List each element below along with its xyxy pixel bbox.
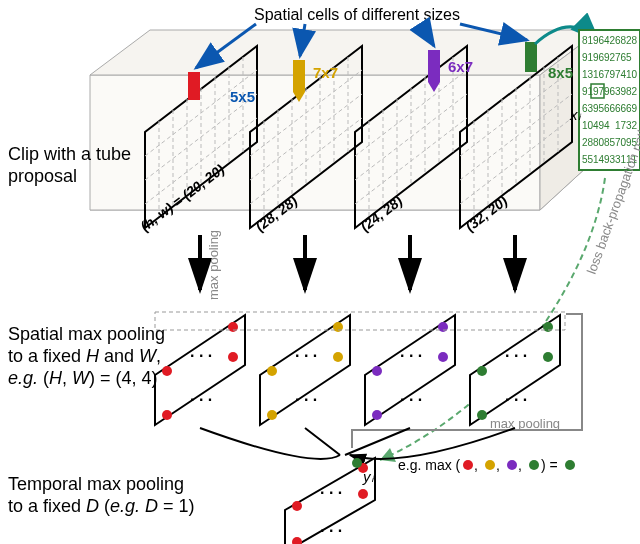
svg-point-118 xyxy=(358,489,368,499)
max-legend: e.g. max ( , , , ) = xyxy=(398,457,575,473)
svg-point-108 xyxy=(477,366,487,376)
temporal-label: Temporal max pooling to a fixed D (e.g. … xyxy=(8,474,195,516)
svg-text:4: 4 xyxy=(604,120,610,131)
svg-point-131 xyxy=(565,460,575,470)
svg-text:91: 91 xyxy=(582,86,594,97)
svg-text:95: 95 xyxy=(593,103,605,114)
svg-text:,: , xyxy=(496,457,500,473)
svg-text:. . .: . . . xyxy=(190,343,212,360)
svg-text:) =: ) = xyxy=(541,457,558,473)
diagram-title: Spatial cells of different sizes xyxy=(254,6,460,23)
svg-point-92 xyxy=(162,410,172,420)
svg-text:68: 68 xyxy=(615,35,627,46)
svg-text:96: 96 xyxy=(593,52,605,63)
svg-text:. . .: . . . xyxy=(505,343,527,360)
svg-text:. . .: . . . xyxy=(505,387,527,404)
svg-text:13: 13 xyxy=(582,69,594,80)
svg-text:63: 63 xyxy=(582,103,594,114)
svg-text:76: 76 xyxy=(615,52,627,63)
svg-text:79: 79 xyxy=(604,69,616,80)
cell-green xyxy=(525,42,537,72)
svg-text:66: 66 xyxy=(604,103,616,114)
pooled-row: . . .. . . . . .. . . . . .. . . . . .. … xyxy=(155,312,565,425)
spatial-label: Spatial max pooling to a fixed H and W, … xyxy=(8,324,170,388)
svg-text:10: 10 xyxy=(626,69,638,80)
svg-text:. . .: . . . xyxy=(320,480,342,497)
svg-point-119 xyxy=(352,458,362,468)
svg-text:. . .: . . . xyxy=(400,343,422,360)
svg-point-110 xyxy=(477,410,487,420)
svg-text:92: 92 xyxy=(604,52,616,63)
cell-red-label: 5x5 xyxy=(230,88,255,105)
svg-text:. . .: . . . xyxy=(320,518,342,535)
svg-text:93: 93 xyxy=(604,154,616,165)
svg-text:28: 28 xyxy=(582,137,594,148)
svg-text:42: 42 xyxy=(604,35,616,46)
cell-purple-label: 6x7 xyxy=(448,58,473,75)
svg-text:e.g. max (: e.g. max ( xyxy=(398,457,461,473)
svg-text:. . .: . . . xyxy=(400,387,422,404)
svg-text:17: 17 xyxy=(615,120,627,131)
svg-text:96: 96 xyxy=(604,86,616,97)
svg-text:39: 39 xyxy=(615,86,627,97)
svg-text:,: , xyxy=(474,457,478,473)
svg-point-115 xyxy=(292,501,302,511)
svg-text:82: 82 xyxy=(626,86,638,97)
svg-text:96: 96 xyxy=(593,35,605,46)
svg-point-111 xyxy=(543,352,553,362)
svg-point-127 xyxy=(507,460,517,470)
svg-point-129 xyxy=(529,460,539,470)
svg-point-93 xyxy=(228,352,238,362)
xi-label: xᵢ xyxy=(569,106,582,123)
svg-text:5: 5 xyxy=(626,52,632,63)
cell-green-label: 8x5 xyxy=(548,64,573,81)
svg-point-99 xyxy=(333,352,343,362)
svg-text:70: 70 xyxy=(615,137,627,148)
svg-text:49: 49 xyxy=(593,120,605,131)
down-arrows xyxy=(200,235,515,290)
svg-text:66: 66 xyxy=(615,103,627,114)
svg-text:. . .: . . . xyxy=(295,387,317,404)
svg-text:. . .: . . . xyxy=(190,387,212,404)
max-pool-h-label: max pooling xyxy=(490,416,560,431)
svg-text:10: 10 xyxy=(582,120,594,131)
svg-point-105 xyxy=(438,352,448,362)
svg-point-104 xyxy=(372,410,382,420)
svg-text:80: 80 xyxy=(593,137,605,148)
svg-rect-114 xyxy=(155,312,565,330)
svg-point-96 xyxy=(267,366,277,376)
svg-text:69: 69 xyxy=(626,103,638,114)
svg-text:85: 85 xyxy=(604,137,616,148)
svg-text:28: 28 xyxy=(626,35,638,46)
svg-text:14: 14 xyxy=(593,154,605,165)
cell-yellow-label: 7x7 xyxy=(313,64,338,81)
svg-text:97: 97 xyxy=(593,86,605,97)
svg-text:16: 16 xyxy=(593,69,605,80)
svg-text:,: , xyxy=(518,457,522,473)
tube-block xyxy=(90,30,600,210)
cell-purple xyxy=(428,50,440,82)
svg-point-90 xyxy=(162,366,172,376)
cell-red xyxy=(188,72,200,100)
svg-point-125 xyxy=(485,460,495,470)
svg-point-123 xyxy=(463,460,473,470)
svg-point-102 xyxy=(372,366,382,376)
svg-text:. . .: . . . xyxy=(295,343,317,360)
svg-text:81: 81 xyxy=(582,35,594,46)
svg-text:74: 74 xyxy=(615,69,627,80)
svg-text:55: 55 xyxy=(582,154,594,165)
final-pooled: . . .. . . xyxy=(285,458,375,544)
cell-yellow xyxy=(293,60,305,92)
yi-label: yᵢ xyxy=(362,468,375,485)
svg-point-98 xyxy=(267,410,277,420)
svg-text:91: 91 xyxy=(582,52,594,63)
max-pool-vertical-label: max pooling xyxy=(206,230,221,300)
